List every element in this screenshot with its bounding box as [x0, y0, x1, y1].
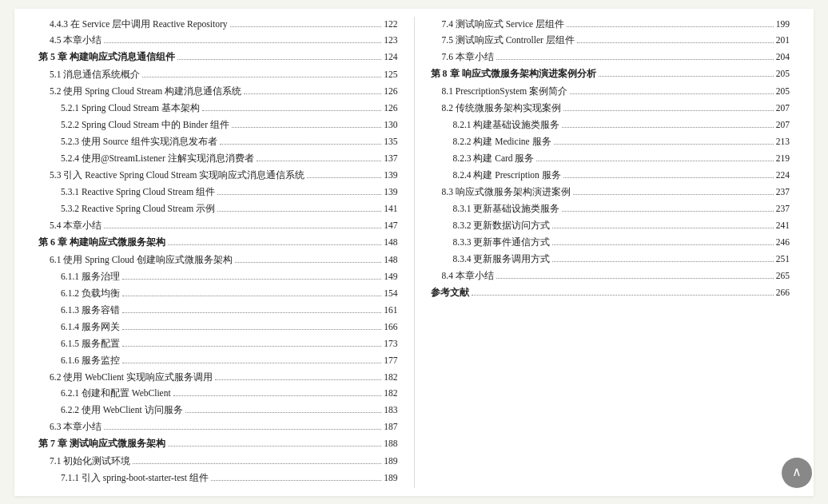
- toc-dots: [257, 161, 382, 161]
- toc-label: 7.1.1 引入 spring-boot-starter-test 组件: [38, 470, 209, 486]
- toc-item: 第 6 章 构建响应式微服务架构148: [38, 235, 398, 251]
- toc-item: 第 7 章 测试响应式微服务架构188: [38, 436, 398, 452]
- toc-page-number: 204: [776, 50, 790, 65]
- toc-dots: [122, 363, 381, 363]
- toc-item: 8.2 传统微服务架构实现案例207: [431, 101, 790, 116]
- toc-label: 6.1.6 服务监控: [38, 353, 120, 368]
- toc-item: 4.5 本章小结123: [38, 33, 398, 48]
- toc-label: 8.3.1 更新基础设施类服务: [431, 201, 560, 216]
- toc-dots: [563, 177, 774, 178]
- toc-page-number: 126: [384, 101, 397, 116]
- toc-item: 8.4 本章小结265: [431, 268, 790, 284]
- toc-label: 7.4 测试响应式 Service 层组件: [431, 17, 564, 32]
- toc-item: 8.1 PrescriptionSystem 案例简介205: [431, 84, 790, 99]
- toc-item: 8.3.3 更新事件通信方式246: [431, 235, 790, 250]
- toc-label: 7.1 初始化测试环境: [38, 454, 130, 469]
- toc-page-number: 207: [776, 117, 790, 133]
- toc-label: 8.1 PrescriptionSystem 案例简介: [431, 84, 568, 99]
- toc-dots: [496, 59, 774, 60]
- left-column: 4.4.3 在 Service 层中调用 Reactive Repository…: [30, 17, 415, 488]
- toc-item: 第 8 章 响应式微服务架构演进案例分析205: [431, 66, 790, 82]
- toc-dots: [104, 42, 381, 43]
- toc-dots: [577, 42, 774, 43]
- toc-page-number: 237: [776, 185, 790, 200]
- toc-page-number: 139: [384, 168, 397, 183]
- toc-item: 7.1 初始化测试环境189: [38, 454, 398, 469]
- toc-item: 8.3.1 更新基础设施类服务237: [431, 201, 790, 216]
- toc-page-number: 141: [384, 201, 397, 216]
- toc-item: 6.2.2 使用 WebClient 访问服务183: [38, 403, 398, 418]
- toc-dots: [562, 211, 773, 212]
- toc-label: 5.2.1 Spring Cloud Stream 基本架构: [38, 101, 200, 116]
- toc-label: 6.1.4 服务网关: [38, 319, 120, 335]
- toc-label: 5.3.1 Reactive Spring Cloud Stream 组件: [38, 185, 215, 200]
- toc-item: 6.1.5 服务配置173: [38, 336, 398, 351]
- toc-page-number: 224: [776, 168, 790, 183]
- toc-page-number: 139: [384, 185, 397, 200]
- toc-item: 6.1 使用 Spring Cloud 创建响应式微服务架构148: [38, 252, 398, 268]
- toc-label: 6.1.2 负载均衡: [38, 286, 120, 301]
- toc-dots: [215, 379, 381, 380]
- toc-item: 5.2.1 Spring Cloud Stream 基本架构126: [38, 101, 398, 116]
- toc-dots: [104, 228, 381, 228]
- toc-item: 第 5 章 构建响应式消息通信组件124: [38, 50, 398, 65]
- toc-dots: [173, 395, 382, 396]
- back-to-top-icon: ∧: [792, 466, 802, 478]
- toc-page-number: 201: [776, 33, 790, 48]
- toc-dots: [217, 211, 381, 212]
- toc-item: 6.1.3 服务容错161: [38, 303, 398, 318]
- toc-item: 6.2 使用 WebClient 实现响应式服务调用182: [38, 370, 398, 385]
- toc-page-number: 251: [776, 252, 790, 267]
- toc-page-number: 183: [384, 403, 397, 418]
- toc-label: 8.2.1 构建基础设施类服务: [431, 117, 560, 133]
- toc-dots: [122, 329, 381, 330]
- right-column: 7.4 测试响应式 Service 层组件1997.5 测试响应式 Contro…: [415, 17, 798, 488]
- toc-label: 8.2.2 构建 Medicine 服务: [431, 134, 551, 149]
- toc-page-number: 219: [776, 151, 790, 166]
- toc-page-number: 137: [384, 151, 397, 166]
- toc-dots: [133, 463, 381, 464]
- toc-item: 7.4 测试响应式 Service 层组件199: [431, 17, 790, 32]
- toc-dots: [562, 127, 773, 128]
- toc-label: 6.1.3 服务容错: [38, 303, 120, 318]
- toc-dots: [104, 429, 381, 430]
- toc-label: 8.2 传统微服务架构实现案例: [431, 101, 561, 116]
- toc-label: 5.2 使用 Spring Cloud Stream 构建消息通信系统: [38, 84, 241, 99]
- toc-item: 5.2.4 使用@StreamListener 注解实现消息消费者137: [38, 151, 398, 166]
- toc-dots: [244, 93, 381, 94]
- toc-label: 8.2.4 构建 Prescription 服务: [431, 168, 561, 183]
- toc-page-number: 188: [384, 436, 397, 451]
- toc-page-number: 147: [384, 218, 397, 233]
- toc-page-number: 241: [776, 218, 790, 233]
- toc-label: 5.3 引入 Reactive Spring Cloud Stream 实现响应…: [38, 168, 305, 183]
- toc-dots: [122, 279, 381, 280]
- toc-label: 参考文献: [431, 285, 469, 301]
- toc-label: 第 7 章 测试响应式微服务架构: [38, 436, 165, 452]
- toc-dots: [220, 144, 382, 145]
- toc-page-number: 173: [384, 336, 397, 351]
- toc-item: 6.1.1 服务治理149: [38, 269, 398, 284]
- toc-label: 6.1 使用 Spring Cloud 创建响应式微服务架构: [38, 252, 233, 268]
- toc-dots: [185, 412, 382, 413]
- toc-label: 5.3.2 Reactive Spring Cloud Stream 示例: [38, 201, 215, 216]
- toc-dots: [122, 296, 381, 296]
- toc-dots: [472, 295, 774, 296]
- toc-label: 5.2.2 Spring Cloud Stream 中的 Binder 组件: [38, 117, 229, 133]
- toc-page-number: 213: [776, 134, 790, 149]
- toc-item: 7.6 本章小结204: [431, 50, 790, 65]
- toc-dots: [168, 446, 381, 446]
- toc-item: 8.3.2 更新数据访问方式241: [431, 218, 790, 233]
- toc-label: 6.2.1 创建和配置 WebClient: [38, 386, 171, 401]
- toc-label: 4.5 本章小结: [38, 33, 102, 48]
- toc-page-number: 182: [384, 386, 397, 401]
- toc-page-number: 126: [384, 84, 397, 99]
- toc-item: 8.3.4 更新服务调用方式251: [431, 252, 790, 267]
- toc-item: 6.1.6 服务监控177: [38, 353, 398, 368]
- toc-item: 5.2.2 Spring Cloud Stream 中的 Binder 组件13…: [38, 117, 398, 133]
- toc-item: 8.2.2 构建 Medicine 服务213: [431, 134, 790, 149]
- toc-label: 5.2.4 使用@StreamListener 注解实现消息消费者: [38, 151, 254, 166]
- toc-item: 8.3 响应式微服务架构演进案例237: [431, 185, 790, 200]
- back-to-top-button[interactable]: ∧: [782, 458, 812, 488]
- toc-dots: [307, 177, 381, 178]
- toc-page-number: 205: [776, 66, 790, 81]
